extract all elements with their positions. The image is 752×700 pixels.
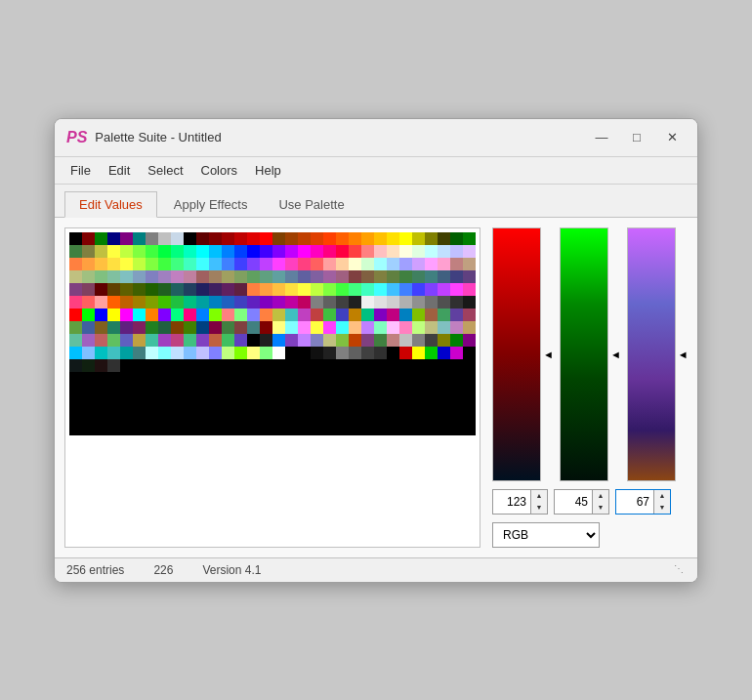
color-cell[interactable] — [69, 334, 82, 347]
color-cell[interactable] — [387, 296, 399, 309]
color-cell[interactable] — [463, 423, 476, 435]
value-input-3[interactable] — [616, 490, 653, 514]
color-cell[interactable] — [412, 245, 425, 258]
color-cell[interactable] — [323, 359, 336, 372]
color-cell[interactable] — [184, 423, 196, 435]
color-cell[interactable] — [171, 270, 184, 283]
color-cell[interactable] — [222, 245, 234, 258]
color-cell[interactable] — [399, 410, 412, 423]
color-cell[interactable] — [450, 283, 463, 296]
color-cell[interactable] — [336, 372, 349, 385]
color-cell[interactable] — [272, 283, 285, 296]
color-cell[interactable] — [260, 296, 272, 309]
color-cell[interactable] — [361, 423, 374, 435]
color-cell[interactable] — [69, 270, 82, 283]
color-cell[interactable] — [311, 372, 323, 385]
spin-down-3[interactable]: ▼ — [654, 502, 670, 514]
color-cell[interactable] — [336, 397, 349, 410]
color-cell[interactable] — [120, 347, 133, 359]
color-cell[interactable] — [69, 321, 82, 334]
color-cell[interactable] — [82, 245, 95, 258]
color-cell[interactable] — [247, 334, 260, 347]
color-cell[interactable] — [82, 296, 95, 309]
color-cell[interactable] — [133, 283, 146, 296]
color-cell[interactable] — [69, 232, 82, 245]
color-cell[interactable] — [298, 283, 311, 296]
color-cell[interactable] — [234, 283, 247, 296]
color-cell[interactable] — [222, 309, 234, 321]
color-cell[interactable] — [450, 258, 463, 270]
color-cell[interactable] — [463, 283, 476, 296]
color-cell[interactable] — [133, 372, 146, 385]
color-cell[interactable] — [285, 321, 298, 334]
color-cell[interactable] — [158, 309, 171, 321]
color-cell[interactable] — [361, 283, 374, 296]
color-cell[interactable] — [184, 334, 196, 347]
color-cell[interactable] — [209, 283, 222, 296]
color-cell[interactable] — [323, 258, 336, 270]
color-cell[interactable] — [361, 321, 374, 334]
color-cell[interactable] — [69, 309, 82, 321]
color-cell[interactable] — [146, 347, 158, 359]
color-cell[interactable] — [438, 258, 450, 270]
color-cell[interactable] — [272, 347, 285, 359]
color-cell[interactable] — [336, 296, 349, 309]
color-cell[interactable] — [438, 296, 450, 309]
color-cell[interactable] — [336, 347, 349, 359]
spin-up-1[interactable]: ▲ — [531, 490, 547, 502]
tab-use-palette[interactable]: Use Palette — [264, 191, 358, 218]
color-cell[interactable] — [146, 423, 158, 435]
color-cell[interactable] — [323, 423, 336, 435]
color-cell[interactable] — [234, 372, 247, 385]
tab-edit-values[interactable]: Edit Values — [64, 191, 157, 218]
color-cell[interactable] — [450, 270, 463, 283]
color-cell[interactable] — [146, 296, 158, 309]
color-cell[interactable] — [387, 334, 399, 347]
color-cell[interactable] — [209, 232, 222, 245]
color-cell[interactable] — [272, 385, 285, 397]
color-cell[interactable] — [298, 232, 311, 245]
color-cell[interactable] — [412, 270, 425, 283]
color-cell[interactable] — [209, 359, 222, 372]
color-cell[interactable] — [387, 397, 399, 410]
color-cell[interactable] — [234, 397, 247, 410]
color-cell[interactable] — [82, 347, 95, 359]
color-cell[interactable] — [120, 397, 133, 410]
color-cell[interactable] — [171, 296, 184, 309]
color-cell[interactable] — [285, 296, 298, 309]
color-cell[interactable] — [412, 347, 425, 359]
color-cell[interactable] — [438, 410, 450, 423]
color-cell[interactable] — [298, 372, 311, 385]
color-cell[interactable] — [438, 334, 450, 347]
color-cell[interactable] — [196, 359, 209, 372]
color-cell[interactable] — [463, 258, 476, 270]
color-cell[interactable] — [146, 410, 158, 423]
color-cell[interactable] — [82, 283, 95, 296]
color-cell[interactable] — [323, 347, 336, 359]
color-cell[interactable] — [387, 232, 399, 245]
color-cell[interactable] — [374, 258, 387, 270]
color-cell[interactable] — [438, 397, 450, 410]
color-cell[interactable] — [311, 334, 323, 347]
color-cell[interactable] — [336, 309, 349, 321]
color-cell[interactable] — [399, 347, 412, 359]
color-cell[interactable] — [374, 283, 387, 296]
color-cell[interactable] — [158, 347, 171, 359]
color-cell[interactable] — [171, 258, 184, 270]
color-cell[interactable] — [285, 397, 298, 410]
color-cell[interactable] — [209, 423, 222, 435]
color-cell[interactable] — [260, 385, 272, 397]
color-cell[interactable] — [196, 232, 209, 245]
color-cell[interactable] — [171, 410, 184, 423]
color-cell[interactable] — [196, 372, 209, 385]
color-cell[interactable] — [438, 372, 450, 385]
color-cell[interactable] — [82, 232, 95, 245]
color-cell[interactable] — [399, 232, 412, 245]
color-cell[interactable] — [209, 270, 222, 283]
color-cell[interactable] — [146, 258, 158, 270]
color-cell[interactable] — [463, 410, 476, 423]
color-cell[interactable] — [82, 270, 95, 283]
green-slider[interactable] — [560, 227, 608, 481]
color-cell[interactable] — [272, 359, 285, 372]
color-cell[interactable] — [387, 245, 399, 258]
